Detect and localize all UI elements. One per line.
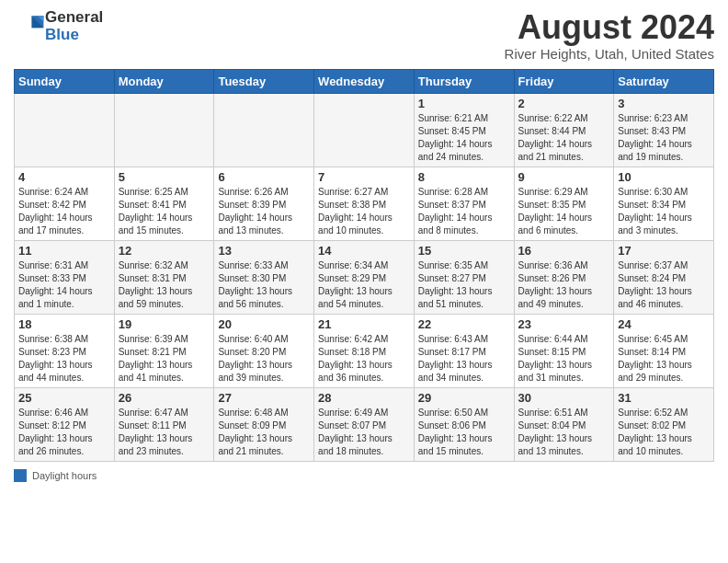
day-number: 14	[318, 244, 410, 258]
calendar-cell: 19Sunrise: 6:39 AM Sunset: 8:21 PM Dayli…	[114, 314, 214, 387]
day-number: 26	[119, 391, 210, 405]
calendar-cell: 24Sunrise: 6:45 AM Sunset: 8:14 PM Dayli…	[614, 314, 714, 387]
day-info: Sunrise: 6:44 AM Sunset: 8:15 PM Dayligh…	[518, 333, 610, 385]
day-info: Sunrise: 6:21 AM Sunset: 8:45 PM Dayligh…	[418, 112, 510, 164]
day-number: 5	[119, 170, 210, 184]
day-number: 2	[518, 97, 610, 110]
calendar-cell: 29Sunrise: 6:50 AM Sunset: 8:06 PM Dayli…	[414, 387, 514, 461]
day-number: 22	[418, 317, 510, 331]
day-number: 29	[418, 391, 510, 405]
day-info: Sunrise: 6:25 AM Sunset: 8:41 PM Dayligh…	[119, 186, 210, 237]
day-number: 19	[119, 317, 210, 331]
calendar-cell: 1Sunrise: 6:21 AM Sunset: 8:45 PM Daylig…	[414, 93, 514, 167]
month-year-title: August 2024	[505, 9, 714, 46]
logo-blue: Blue	[45, 26, 79, 43]
calendar-cell: 3Sunrise: 6:23 AM Sunset: 8:43 PM Daylig…	[614, 93, 714, 167]
day-number: 27	[218, 391, 310, 405]
day-info: Sunrise: 6:33 AM Sunset: 8:30 PM Dayligh…	[218, 259, 310, 311]
calendar-cell: 20Sunrise: 6:40 AM Sunset: 8:20 PM Dayli…	[214, 314, 314, 387]
calendar-cell: 16Sunrise: 6:36 AM Sunset: 8:26 PM Dayli…	[514, 240, 614, 314]
day-number: 17	[618, 244, 710, 258]
calendar-cell: 4Sunrise: 6:24 AM Sunset: 8:42 PM Daylig…	[15, 167, 115, 240]
calendar-cell: 25Sunrise: 6:46 AM Sunset: 8:12 PM Dayli…	[15, 387, 115, 461]
day-info: Sunrise: 6:49 AM Sunset: 8:07 PM Dayligh…	[318, 407, 410, 458]
day-info: Sunrise: 6:28 AM Sunset: 8:37 PM Dayligh…	[418, 186, 510, 237]
day-info: Sunrise: 6:24 AM Sunset: 8:42 PM Dayligh…	[18, 186, 110, 237]
calendar-cell: 28Sunrise: 6:49 AM Sunset: 8:07 PM Dayli…	[314, 387, 415, 461]
day-info: Sunrise: 6:42 AM Sunset: 8:18 PM Dayligh…	[318, 333, 410, 385]
logo-text: General Blue	[45, 9, 103, 43]
day-info: Sunrise: 6:36 AM Sunset: 8:26 PM Dayligh…	[518, 259, 610, 311]
day-number: 28	[318, 391, 410, 405]
day-info: Sunrise: 6:27 AM Sunset: 8:38 PM Dayligh…	[318, 186, 410, 237]
day-number: 25	[18, 391, 110, 405]
day-number: 7	[318, 170, 410, 184]
calendar-header-monday: Monday	[114, 69, 214, 93]
day-info: Sunrise: 6:40 AM Sunset: 8:20 PM Dayligh…	[218, 333, 310, 385]
day-number: 21	[318, 317, 410, 331]
day-number: 1	[418, 97, 510, 110]
page-header: General Blue August 2024 River Heights, …	[14, 9, 714, 62]
calendar-header-friday: Friday	[514, 69, 614, 93]
calendar-cell: 12Sunrise: 6:32 AM Sunset: 8:31 PM Dayli…	[114, 240, 214, 314]
logo-general: General	[45, 8, 103, 26]
day-number: 24	[618, 317, 710, 331]
day-info: Sunrise: 6:45 AM Sunset: 8:14 PM Dayligh…	[618, 333, 710, 385]
day-info: Sunrise: 6:26 AM Sunset: 8:39 PM Dayligh…	[218, 186, 310, 237]
day-number: 23	[518, 317, 610, 331]
calendar-header-row: SundayMondayTuesdayWednesdayThursdayFrid…	[15, 69, 714, 93]
calendar-cell	[15, 93, 115, 167]
day-number: 13	[218, 244, 310, 258]
calendar-header-sunday: Sunday	[15, 69, 115, 93]
day-info: Sunrise: 6:29 AM Sunset: 8:35 PM Dayligh…	[518, 186, 610, 237]
calendar-week-row: 4Sunrise: 6:24 AM Sunset: 8:42 PM Daylig…	[15, 167, 714, 240]
day-info: Sunrise: 6:38 AM Sunset: 8:23 PM Dayligh…	[18, 333, 110, 385]
day-info: Sunrise: 6:39 AM Sunset: 8:21 PM Dayligh…	[119, 333, 210, 385]
legend-box	[14, 469, 27, 482]
legend: Daylight hours	[14, 469, 714, 482]
day-number: 15	[418, 244, 510, 258]
day-info: Sunrise: 6:52 AM Sunset: 8:02 PM Dayligh…	[618, 407, 710, 458]
calendar-cell: 30Sunrise: 6:51 AM Sunset: 8:04 PM Dayli…	[514, 387, 614, 461]
day-number: 8	[418, 170, 510, 184]
calendar-cell	[114, 93, 214, 167]
day-number: 20	[218, 317, 310, 331]
day-info: Sunrise: 6:31 AM Sunset: 8:33 PM Dayligh…	[18, 259, 110, 311]
day-number: 30	[518, 391, 610, 405]
day-info: Sunrise: 6:30 AM Sunset: 8:34 PM Dayligh…	[618, 186, 710, 237]
day-info: Sunrise: 6:32 AM Sunset: 8:31 PM Dayligh…	[119, 259, 210, 311]
day-info: Sunrise: 6:23 AM Sunset: 8:43 PM Dayligh…	[618, 112, 710, 164]
calendar-cell: 5Sunrise: 6:25 AM Sunset: 8:41 PM Daylig…	[114, 167, 214, 240]
calendar-cell	[214, 93, 314, 167]
day-number: 11	[18, 244, 110, 258]
calendar-cell: 27Sunrise: 6:48 AM Sunset: 8:09 PM Dayli…	[214, 387, 314, 461]
location-subtitle: River Heights, Utah, United States	[505, 46, 714, 62]
calendar-cell: 2Sunrise: 6:22 AM Sunset: 8:44 PM Daylig…	[514, 93, 614, 167]
calendar-cell: 13Sunrise: 6:33 AM Sunset: 8:30 PM Dayli…	[214, 240, 314, 314]
calendar-cell	[314, 93, 415, 167]
day-number: 18	[18, 317, 110, 331]
logo: General Blue	[14, 9, 103, 43]
calendar-header-saturday: Saturday	[614, 69, 714, 93]
day-number: 4	[18, 170, 110, 184]
day-number: 10	[618, 170, 710, 184]
calendar-cell: 7Sunrise: 6:27 AM Sunset: 8:38 PM Daylig…	[314, 167, 415, 240]
calendar-header-thursday: Thursday	[414, 69, 514, 93]
calendar-cell: 18Sunrise: 6:38 AM Sunset: 8:23 PM Dayli…	[15, 314, 115, 387]
calendar-cell: 8Sunrise: 6:28 AM Sunset: 8:37 PM Daylig…	[414, 167, 514, 240]
day-number: 3	[618, 97, 710, 110]
legend-label: Daylight hours	[32, 470, 97, 481]
calendar-cell: 15Sunrise: 6:35 AM Sunset: 8:27 PM Dayli…	[414, 240, 514, 314]
day-number: 16	[518, 244, 610, 258]
day-number: 12	[119, 244, 210, 258]
calendar-cell: 17Sunrise: 6:37 AM Sunset: 8:24 PM Dayli…	[614, 240, 714, 314]
day-info: Sunrise: 6:51 AM Sunset: 8:04 PM Dayligh…	[518, 407, 610, 458]
day-info: Sunrise: 6:22 AM Sunset: 8:44 PM Dayligh…	[518, 112, 610, 164]
day-number: 9	[518, 170, 610, 184]
day-number: 31	[618, 391, 710, 405]
calendar-header-wednesday: Wednesday	[314, 69, 415, 93]
calendar-cell: 6Sunrise: 6:26 AM Sunset: 8:39 PM Daylig…	[214, 167, 314, 240]
title-block: August 2024 River Heights, Utah, United …	[505, 9, 714, 62]
day-info: Sunrise: 6:35 AM Sunset: 8:27 PM Dayligh…	[418, 259, 510, 311]
day-info: Sunrise: 6:47 AM Sunset: 8:11 PM Dayligh…	[119, 407, 210, 458]
